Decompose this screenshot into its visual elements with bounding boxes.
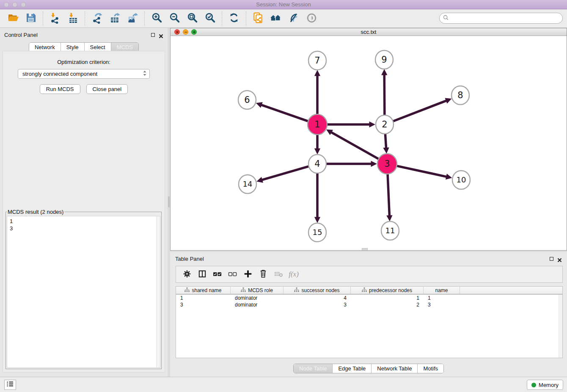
graph-node-11[interactable]: 11 (381, 221, 399, 240)
table-cell[interactable]: dominator (231, 301, 284, 308)
graph-node-7[interactable]: 7 (308, 51, 326, 70)
graph-edge-1-6[interactable] (261, 105, 308, 121)
table-row[interactable]: 3dominator323 (176, 301, 562, 308)
zoom-in-button[interactable] (149, 11, 164, 26)
zoom-fit-button[interactable] (185, 11, 199, 26)
graph-node-6[interactable]: 6 (238, 91, 256, 109)
create-column-button[interactable] (242, 268, 254, 281)
function-builder-button[interactable]: f(x) (287, 268, 300, 281)
table-cell[interactable]: dominator (231, 295, 284, 301)
show-columns-button[interactable] (196, 268, 209, 281)
birds-eye-view-button[interactable] (304, 11, 319, 26)
splitter-grip-icon[interactable] (362, 248, 368, 250)
result-scrollbar[interactable] (156, 216, 160, 367)
close-panel-icon[interactable] (557, 257, 562, 261)
run-mcds-button[interactable]: Run MCDS (40, 84, 80, 94)
selected-criterion: strongly connected component (22, 71, 143, 77)
network-canvas[interactable]: 7968124314101511 (171, 36, 567, 250)
memory-button[interactable]: Memory (527, 380, 563, 390)
graph-node-4[interactable]: 4 (308, 155, 326, 173)
close-panel-button[interactable]: Close panel (86, 84, 128, 94)
table-row[interactable]: 1dominator411 (176, 295, 562, 301)
splitter-grip-icon[interactable] (168, 196, 170, 207)
node-label: 15 (313, 228, 322, 237)
optimization-criterion-select[interactable]: strongly connected component (18, 69, 150, 79)
column-header[interactable]: name (424, 287, 460, 294)
import-network-button[interactable] (48, 11, 62, 26)
column-label: successor nodes (301, 287, 339, 293)
table-cell[interactable]: 3 (176, 301, 231, 308)
table-cell[interactable]: 3 (284, 301, 351, 308)
table-settings-button[interactable] (181, 268, 193, 281)
zoom-selected-button[interactable] (203, 11, 217, 26)
checked-boxes-icon (212, 270, 223, 279)
zoom-out-button[interactable] (167, 11, 182, 26)
network-window-titlebar: scc.txt (171, 28, 567, 36)
graph-edge-3-11[interactable] (388, 174, 389, 216)
toolbar-separator (222, 11, 222, 26)
tab-node-table[interactable]: Node Table (294, 364, 333, 373)
network-view-window: scc.txt 7968124314101511 (170, 28, 567, 251)
graph-edge-2-3[interactable] (385, 133, 386, 148)
delete-column-button[interactable] (257, 268, 270, 281)
unselect-all-button[interactable] (226, 268, 239, 281)
table-cell[interactable]: 2 (351, 301, 424, 308)
graph-node-8[interactable]: 8 (451, 86, 469, 105)
graph-edge-3-1[interactable] (331, 132, 379, 159)
tab-network-table[interactable]: Network Table (371, 364, 417, 373)
tab-network[interactable]: Network (29, 43, 61, 52)
refresh-button[interactable] (227, 11, 241, 26)
graph-node-2[interactable]: 2 (376, 115, 394, 134)
table-scrollbar[interactable] (559, 295, 562, 358)
graph-node-14[interactable]: 14 (239, 175, 256, 193)
column-header[interactable]: successor nodes (284, 287, 351, 294)
new-network-from-selection-button[interactable] (251, 11, 265, 26)
graph-edge-4-14[interactable] (262, 166, 309, 180)
export-image-button[interactable] (125, 11, 140, 26)
graph-node-15[interactable]: 15 (308, 223, 326, 242)
tab-edge-table[interactable]: Edge Table (332, 364, 371, 373)
column-header[interactable]: predecessor nodes (351, 287, 424, 294)
column-header[interactable]: shared name (176, 287, 231, 294)
save-session-button[interactable] (24, 11, 38, 26)
graph-node-3[interactable]: 3 (377, 154, 397, 174)
open-session-button[interactable] (6, 11, 20, 26)
graph-edge-2-9[interactable] (384, 75, 385, 116)
table-cell[interactable]: 1 (351, 295, 424, 301)
select-all-button[interactable] (211, 268, 224, 281)
table-cell[interactable]: 4 (284, 295, 351, 301)
table-cell[interactable]: 1 (176, 295, 231, 301)
tab-motifs[interactable]: Motifs (417, 364, 443, 373)
float-panel-icon[interactable] (151, 33, 155, 37)
graph-node-9[interactable]: 9 (375, 50, 393, 69)
table-cell[interactable]: 1 (424, 295, 460, 301)
node-table-header: shared nameMCDS rolesuccessor nodesprede… (176, 287, 562, 295)
graph-edge-2-8[interactable] (393, 101, 447, 121)
graph-node-10[interactable]: 10 (452, 171, 470, 189)
tab-select[interactable]: Select (84, 43, 111, 52)
task-history-button[interactable] (4, 380, 16, 390)
tab-mcds[interactable]: MCDS (111, 43, 138, 52)
show-hide-graphics-details-button[interactable] (286, 11, 301, 26)
network-graph[interactable]: 7968124314101511 (171, 36, 567, 248)
export-network-button[interactable] (90, 11, 104, 26)
control-panel: Control Panel Network Style Select MCDS … (0, 28, 168, 377)
graph-node-1[interactable]: 1 (308, 114, 327, 135)
column-header[interactable]: MCDS role (231, 287, 284, 294)
close-panel-icon[interactable] (159, 33, 163, 37)
float-panel-icon[interactable] (550, 257, 553, 261)
delete-table-button[interactable] (272, 268, 285, 281)
tab-style[interactable]: Style (61, 43, 84, 52)
column-type-icon (362, 287, 367, 293)
search-input[interactable] (451, 15, 559, 22)
graph-edge-3-10[interactable] (396, 166, 446, 177)
birds-eye-view-icon (306, 12, 317, 25)
table-panel-header: Table Panel (170, 252, 567, 263)
import-table-button[interactable] (66, 11, 80, 26)
table-cell[interactable]: 3 (424, 301, 460, 308)
export-table-button[interactable] (107, 11, 122, 26)
table-toolbar: f(x) (176, 266, 563, 283)
session-home-button[interactable] (269, 11, 283, 26)
zoom-in-icon (151, 12, 162, 25)
control-panel-title: Control Panel (4, 29, 151, 38)
